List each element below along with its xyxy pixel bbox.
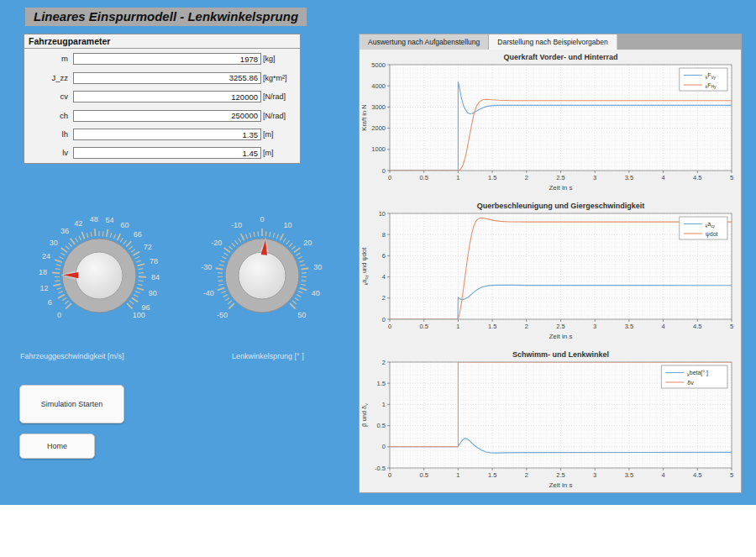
svg-text:Kraft in N: Kraft in N	[360, 104, 368, 130]
svg-text:0: 0	[382, 443, 386, 450]
tab-auswertung[interactable]: Auswertung nach Aufgabenstellung	[360, 34, 489, 50]
svg-text:1.5: 1.5	[488, 323, 496, 330]
svg-text:10: 10	[283, 221, 291, 229]
speed-knob-label: Fahrzeuggeschwindigkeit [m/s]	[20, 352, 124, 360]
param-row-cv: cv [N/rad]	[24, 91, 300, 102]
start-simulation-button[interactable]: Simulation Starten	[19, 385, 124, 423]
page-title: Lineares Einspurmodell - Lenkwinkelsprun…	[25, 8, 307, 26]
svg-text:-0.5: -0.5	[375, 465, 386, 472]
svg-text:2: 2	[382, 294, 386, 302]
svg-text:4: 4	[662, 323, 665, 330]
svg-text:0: 0	[57, 311, 61, 319]
svg-text:48: 48	[90, 215, 98, 223]
svg-text:24: 24	[42, 252, 50, 260]
svg-text:-30: -30	[201, 263, 212, 271]
svg-text:1.5: 1.5	[488, 174, 496, 181]
home-button[interactable]: Home	[19, 434, 95, 459]
svg-text:3.5: 3.5	[625, 323, 633, 330]
svg-text:4000: 4000	[371, 82, 386, 90]
param-input-lh[interactable]	[73, 129, 261, 140]
param-row-jzz: J_zz [kg*m²]	[24, 72, 300, 84]
svg-text:3000: 3000	[371, 103, 386, 111]
svg-text:1: 1	[456, 323, 459, 330]
svg-text:-40: -40	[203, 289, 214, 297]
svg-text:0: 0	[388, 471, 391, 479]
param-label-m: m	[29, 53, 68, 65]
param-unit-jzz: [kg*m²]	[263, 72, 287, 84]
svg-text:6: 6	[382, 252, 386, 260]
svg-text:4: 4	[662, 471, 665, 479]
svg-text:90: 90	[149, 289, 157, 297]
svg-text:5: 5	[730, 174, 733, 181]
svg-text:0.5: 0.5	[419, 323, 428, 330]
svg-text:50: 50	[297, 311, 306, 319]
svg-text:1: 1	[456, 174, 459, 181]
svg-text:Zeit in s: Zeit in s	[549, 184, 572, 192]
svg-text:-10: -10	[231, 221, 242, 229]
param-label-jzz: J_zz	[29, 72, 68, 84]
param-input-lv[interactable]	[73, 147, 261, 159]
svg-text:2: 2	[525, 174, 528, 181]
tab-darstellung[interactable]: Darstellung nach Beispielvorgaben	[489, 34, 617, 50]
results-panel: Auswertung nach Aufgabenstellung Darstel…	[359, 34, 742, 493]
svg-text:3: 3	[593, 471, 596, 479]
svg-text:5: 5	[730, 471, 733, 479]
svg-text:3: 3	[593, 323, 596, 330]
svg-text:42: 42	[74, 219, 82, 228]
svg-text:12: 12	[40, 284, 49, 292]
param-unit-m: [kg]	[263, 53, 276, 65]
param-input-cv[interactable]	[73, 91, 261, 102]
param-label-ch: ch	[29, 110, 68, 122]
svg-text:0: 0	[388, 323, 391, 330]
svg-text:72: 72	[144, 243, 152, 251]
chart-schwimmwinkel: 00.511.522.533.544.55-0.500.511.52Schwim…	[360, 349, 743, 493]
speed-knob[interactable]: 06121824303642485460667278849096100	[24, 200, 175, 351]
svg-text:0: 0	[260, 215, 264, 223]
param-row-lv: lv [m]	[24, 147, 300, 159]
param-unit-lv: [m]	[263, 147, 274, 159]
param-input-jzz[interactable]	[73, 72, 261, 84]
steering-angle-knob[interactable]: -50-40-30-20-1001020304050	[186, 200, 338, 351]
svg-text:60: 60	[120, 221, 129, 229]
svg-text:2: 2	[525, 471, 528, 479]
svg-text:36: 36	[60, 227, 69, 235]
svg-text:78: 78	[150, 257, 158, 265]
svg-text:4.5: 4.5	[693, 323, 701, 330]
svg-text:2.5: 2.5	[556, 174, 564, 181]
param-row-m: m [kg]	[24, 53, 300, 65]
svg-text:5000: 5000	[371, 61, 386, 69]
svg-text:3.5: 3.5	[625, 471, 633, 479]
svg-text:-20: -20	[211, 239, 222, 247]
svg-text:1: 1	[382, 401, 386, 408]
svg-text:0.5: 0.5	[419, 471, 428, 479]
svg-text:30: 30	[313, 263, 322, 271]
svg-text:0: 0	[382, 316, 386, 323]
param-input-ch[interactable]	[73, 110, 261, 122]
param-label-cv: cv	[29, 91, 68, 102]
svg-text:β und δv: β und δv	[360, 403, 369, 427]
tab-bar: Auswertung nach Aufgabenstellung Darstel…	[360, 34, 741, 50]
svg-text:0: 0	[382, 167, 386, 175]
svg-text:4.5: 4.5	[693, 174, 701, 181]
svg-text:0: 0	[388, 174, 391, 181]
svg-text:30: 30	[50, 239, 58, 247]
svg-text:2: 2	[525, 323, 528, 330]
svg-text:8: 8	[382, 231, 386, 239]
svg-text:6: 6	[48, 298, 52, 307]
param-label-lv: lv	[29, 147, 68, 159]
svg-text:2.5: 2.5	[556, 323, 564, 330]
svg-text:Querkraft Vorder- und Hinterra: Querkraft Vorder- und Hinterrad	[504, 53, 618, 61]
svg-text:1.5: 1.5	[488, 471, 496, 479]
param-label-lh: lh	[29, 129, 68, 140]
param-row-ch: ch [N/rad]	[24, 110, 300, 122]
svg-text:4.5: 4.5	[693, 471, 701, 479]
param-unit-lh: [m]	[263, 129, 274, 140]
svg-text:Zeit in s: Zeit in s	[549, 333, 572, 340]
param-input-m[interactable]	[73, 53, 261, 65]
svg-text:18: 18	[39, 268, 47, 276]
svg-text:0.5: 0.5	[377, 422, 386, 429]
svg-text:-50: -50	[217, 311, 228, 319]
svg-text:4: 4	[382, 273, 386, 281]
svg-text:10: 10	[379, 210, 386, 218]
chart-querbeschleunigung: 00.511.522.533.544.550246810Querbeschleu…	[360, 200, 743, 344]
